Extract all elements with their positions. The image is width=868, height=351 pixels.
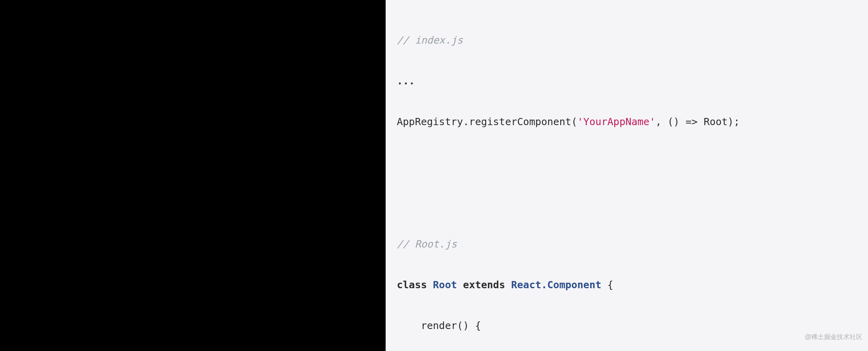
kw-extends: extends: [463, 279, 505, 291]
line3-str: 'YourAppName': [577, 116, 656, 128]
code-block: // index.js ... AppRegistry.registerComp…: [397, 30, 857, 351]
line3-b: , () => Root);: [655, 116, 740, 128]
react-component: React.Component: [505, 279, 607, 291]
left-panel: [0, 0, 386, 351]
line3-a: AppRegistry.registerComponent(: [397, 116, 577, 128]
kw-class: class: [397, 279, 427, 291]
comment-index: // index.js: [397, 34, 463, 46]
classname-root: Root: [427, 279, 463, 291]
render-line: render() {: [397, 320, 481, 331]
code-panel: // index.js ... AppRegistry.registerComp…: [386, 0, 868, 351]
comment-root: // Root.js: [397, 238, 457, 250]
openbrace: {: [607, 279, 613, 291]
watermark: @稀土掘金技术社区: [805, 327, 862, 347]
ellipsis: ...: [397, 75, 415, 87]
